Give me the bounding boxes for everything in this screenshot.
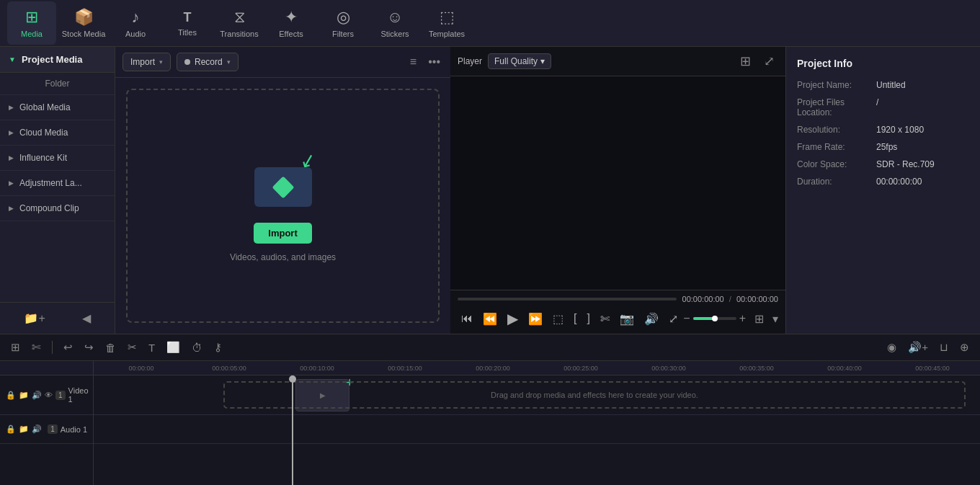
timeline-tracks: ▶ + Drag and drop media and effects here… (94, 375, 980, 485)
mark-in-icon[interactable]: [ (570, 310, 580, 327)
sidebar-header-label: Project Media (22, 54, 83, 65)
video-track-row[interactable]: ▶ + Drag and drop media and effects here… (94, 375, 980, 415)
quality-label: Full Quality (494, 56, 538, 66)
skip-back-icon[interactable]: ⏮ (458, 310, 476, 327)
sidebar-folder-btn[interactable]: Folder (0, 73, 115, 95)
snapshot-icon[interactable]: 📷 (616, 310, 638, 328)
magnet-icon[interactable]: ◉ (883, 339, 900, 356)
link-icon[interactable]: ⚷ (210, 339, 226, 356)
import-label: Import (130, 57, 155, 67)
video-track-mute-icon[interactable]: 🔊 (32, 391, 42, 400)
nav-item-stickers[interactable]: ☺ Stickers (370, 1, 419, 45)
sidebar-item-adjustment-layer[interactable]: ▶ Adjustment La... (0, 171, 115, 196)
nav-item-effects[interactable]: ✦ Effects (267, 1, 316, 45)
clip-icon[interactable]: ✄ (597, 310, 613, 328)
nav-item-media[interactable]: ⊞ Media (7, 1, 56, 45)
sidebar-item-cloud-media[interactable]: ▶ Cloud Media (0, 120, 115, 146)
video-track-folder-icon[interactable]: 📁 (19, 391, 29, 400)
video-track-label: Video 1 (68, 386, 89, 404)
quality-select[interactable]: Full Quality ▾ (488, 53, 551, 69)
influence-kit-label: Influence Kit (19, 153, 67, 163)
sidebar-item-global-media[interactable]: ▶ Global Media (0, 95, 115, 120)
loop-icon[interactable]: ⬚ (549, 310, 567, 328)
nav-item-titles[interactable]: T Titles (163, 1, 212, 45)
nav-item-templates[interactable]: ⬚ Templates (422, 1, 471, 45)
sidebar-project-media[interactable]: ▼ Project Media (0, 47, 115, 73)
timeline-cut-icon[interactable]: ✄ (28, 339, 45, 356)
global-media-label: Global Media (19, 102, 71, 112)
crop-icon[interactable]: ⬜ (163, 339, 184, 356)
color-space-label: Color Space: (797, 159, 876, 169)
mark-out-icon[interactable]: ] (583, 310, 593, 327)
more-options-icon[interactable]: ••• (425, 53, 443, 71)
green-import-button[interactable]: Import (254, 223, 311, 244)
track-headers: 🔒 📁 🔊 👁 1 Video 1 🔒 📁 🔊 1 Audio 1 (0, 361, 94, 485)
audio-icon[interactable]: 🔊 (641, 310, 662, 328)
split-icon[interactable]: ✂ (124, 339, 141, 356)
time-display: 00:00:00:00 / 00:00:00:00 (682, 295, 778, 303)
video-track-eye-icon[interactable]: 👁 (45, 391, 53, 399)
zoom-in-icon[interactable]: + (739, 312, 746, 325)
resolution-row: Resolution: 1920 x 1080 (797, 125, 969, 135)
fullscreen-icon[interactable]: ⤢ (760, 51, 778, 71)
add-folder-btn[interactable]: 📁+ (21, 308, 48, 328)
nav-item-stock-media[interactable]: 📦 Stock Media (59, 1, 108, 45)
step-back-icon[interactable]: ⏪ (479, 310, 501, 328)
duration-label: Duration: (797, 177, 876, 187)
split-audio-icon[interactable]: ⊔ (936, 339, 952, 356)
sidebar-item-compound-clip[interactable]: ▶ Compound Clip (0, 196, 115, 221)
nav-item-filters[interactable]: ◎ Filters (318, 1, 368, 45)
text-overlay-icon[interactable]: T (145, 339, 159, 356)
playhead-top (289, 375, 296, 383)
audio-track-header: 🔒 📁 🔊 1 Audio 1 (0, 415, 93, 444)
timeline-area: 🔒 📁 🔊 👁 1 Video 1 🔒 📁 🔊 1 Audio 1 00:0 (0, 361, 980, 485)
ruler-mark-5: 00:00:25:00 (537, 365, 625, 372)
redo-icon[interactable]: ↪ (81, 339, 97, 356)
expand-icon[interactable]: ⤢ (665, 310, 682, 328)
collapse-sidebar-btn[interactable]: ◀ (79, 308, 94, 328)
import-box: ↙ Import Videos, audios, and images (230, 149, 336, 262)
group-icon[interactable]: ⊕ (956, 339, 973, 356)
project-name-value: Untitled (876, 80, 906, 90)
record-button[interactable]: Record ▾ (177, 53, 239, 71)
step-forward-icon[interactable]: ⏩ (525, 310, 546, 328)
nav-item-audio[interactable]: ♪ Audio (111, 1, 160, 45)
color-space-value: SDR - Rec.709 (876, 159, 935, 169)
record-dot-icon (184, 59, 190, 65)
sidebar-item-influence-kit[interactable]: ▶ Influence Kit (0, 146, 115, 171)
bottom-section: ⊞ ✄ ↩ ↪ 🗑 ✂ T ⬜ ⏱ ⚷ ◉ 🔊+ ⊔ ⊕ 🔒 📁 🔊 👁 1 V… (0, 334, 980, 485)
media-drop-area[interactable]: ↙ Import Videos, audios, and images (126, 89, 440, 323)
progress-track[interactable] (458, 298, 677, 301)
influence-kit-arrow: ▶ (9, 154, 14, 161)
import-button[interactable]: Import ▾ (122, 53, 171, 71)
grid-view-icon[interactable]: ⊞ (736, 51, 754, 71)
sidebar-arrow: ▼ (9, 55, 16, 63)
audio-track-row[interactable] (94, 415, 980, 444)
ruler-mark-2: 00:00:10:00 (273, 365, 361, 372)
frame-rate-value: 25fps (876, 142, 897, 152)
layout-options-icon[interactable]: ▾ (772, 312, 778, 326)
duration-value: 00:00:00:00 (876, 177, 922, 187)
video-drop-zone[interactable]: Drag and drop media and effects here to … (223, 381, 966, 409)
add-audio-track-icon[interactable]: 🔊+ (904, 339, 932, 356)
video-track-lock-icon[interactable]: 🔒 (6, 391, 16, 400)
play-icon[interactable]: ▶ (504, 308, 522, 329)
nav-item-transitions[interactable]: ⧖ Transitions (215, 1, 264, 45)
undo-icon[interactable]: ↩ (60, 339, 76, 356)
timeline-grid-icon[interactable]: ⊞ (7, 339, 24, 356)
speed-icon[interactable]: ⏱ (188, 339, 206, 356)
progress-bar[interactable]: 00:00:00:00 / 00:00:00:00 (458, 295, 778, 303)
project-name-row: Project Name: Untitled (797, 80, 969, 90)
layout-icon[interactable]: ⊞ (754, 312, 764, 326)
ruler-mark-3: 00:00:15:00 (361, 365, 449, 372)
ruler-mark-4: 00:00:20:00 (449, 365, 537, 372)
delete-icon[interactable]: 🗑 (102, 339, 120, 356)
zoom-out-icon[interactable]: − (683, 312, 690, 325)
playhead (292, 375, 293, 485)
audio-track-lock-icon[interactable]: 🔒 (6, 424, 16, 434)
compound-clip-arrow: ▶ (9, 205, 14, 212)
filter-icon[interactable]: ≡ (407, 53, 419, 71)
audio-track-folder-icon[interactable]: 📁 (19, 424, 29, 434)
zoom-slider[interactable] (693, 317, 736, 320)
audio-track-mute-icon[interactable]: 🔊 (32, 424, 42, 434)
